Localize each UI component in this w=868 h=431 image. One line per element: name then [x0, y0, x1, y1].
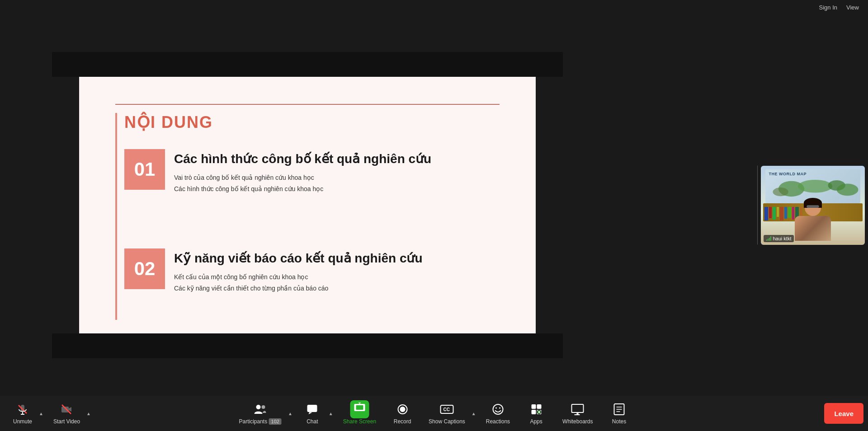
- reactions-button[interactable]: Reactions: [478, 398, 518, 428]
- notes-icon: [612, 402, 626, 417]
- signal-icon: [766, 236, 771, 241]
- leave-button[interactable]: Leave: [824, 403, 863, 424]
- svg-text:CC: CC: [443, 407, 449, 412]
- top-bar: Sign In View: [0, 0, 868, 14]
- record-icon: [395, 402, 410, 417]
- svg-point-20: [493, 404, 503, 414]
- section-2-content: Kỹ năng viết báo cáo kết quả nghiên cứu …: [174, 248, 509, 294]
- section-1-heading: Các hình thức công bố kết quả nghiên cứu: [174, 151, 509, 167]
- show-captions-button[interactable]: CC Show Captions: [420, 398, 473, 428]
- reactions-icon: [491, 402, 505, 417]
- participants-button[interactable]: Participants 102: [231, 398, 290, 428]
- svg-rect-24: [537, 404, 541, 409]
- slide-title: NỘI DUNG: [124, 113, 213, 132]
- notes-label: Notes: [612, 418, 626, 425]
- video-tile: THE WORLD MAP: [761, 166, 865, 245]
- toolbar-left: Unmute ▲ Start Video ▲: [5, 398, 93, 428]
- toolbar: Unmute ▲ Start Video ▲: [0, 396, 868, 431]
- notes-button[interactable]: Notes: [601, 398, 637, 428]
- svg-point-22: [499, 408, 500, 409]
- section-1-content: Các hình thức công bố kết quả nghiên cứu…: [174, 149, 509, 195]
- whiteboards-icon: [571, 402, 585, 417]
- sign-in-link[interactable]: Sign In: [819, 4, 837, 11]
- participant-video-panel: THE WORLD MAP: [757, 14, 868, 396]
- share-screen-label: Share Screen: [343, 418, 376, 425]
- record-button[interactable]: Record: [384, 398, 420, 428]
- svg-point-21: [495, 408, 497, 409]
- svg-point-11: [256, 405, 261, 409]
- chat-label: Chat: [307, 418, 318, 425]
- reactions-label: Reactions: [486, 418, 510, 425]
- section-1-sub: Vai trò của công bố kết quả nghiên cứu k…: [174, 172, 509, 195]
- whiteboards-button[interactable]: Whiteboards: [554, 398, 601, 428]
- toolbar-center: Participants 102 ▲ Chat ▲: [231, 398, 637, 428]
- svg-rect-15: [356, 405, 363, 410]
- svg-point-4: [773, 187, 788, 196]
- slide-section-1: 01 Các hình thức công bố kết quả nghiên …: [124, 149, 509, 195]
- unmute-button[interactable]: Unmute: [5, 398, 41, 428]
- view-menu[interactable]: View: [846, 4, 859, 11]
- participant-name: haui ktkt: [773, 236, 792, 241]
- section-2-heading: Kỹ năng viết báo cáo kết quả nghiên cứu: [174, 251, 509, 266]
- section-2-number: 02: [134, 258, 156, 280]
- video-divider: [757, 166, 758, 245]
- apps-button[interactable]: Apps: [518, 398, 554, 428]
- share-screen-button[interactable]: Share Screen: [335, 398, 384, 428]
- svg-point-17: [400, 407, 405, 412]
- start-video-button[interactable]: Start Video: [45, 398, 88, 428]
- record-label: Record: [394, 418, 411, 425]
- apps-label: Apps: [530, 418, 542, 425]
- participants-label: Participants 102: [239, 418, 282, 425]
- person-body: [795, 216, 831, 241]
- apps-icon: [529, 402, 543, 417]
- svg-rect-23: [531, 404, 536, 409]
- start-video-label: Start Video: [53, 418, 80, 425]
- svg-point-1: [797, 179, 832, 192]
- toolbar-right: Leave: [815, 403, 863, 424]
- svg-rect-13: [307, 405, 317, 412]
- video-name-badge: haui ktkt: [764, 235, 794, 242]
- slide-left-accent: [115, 113, 117, 320]
- section-1-number: 01: [134, 159, 156, 180]
- share-screen-icon: [352, 402, 367, 417]
- show-captions-label: Show Captions: [429, 418, 465, 425]
- slide-top-line: [115, 104, 500, 105]
- section-2-number-box: 02: [124, 248, 165, 289]
- presentation-wrapper: NỘI DUNG 01 Các hình thức công bố kết qu…: [52, 14, 563, 396]
- svg-rect-25: [531, 410, 536, 414]
- unmute-label: Unmute: [13, 418, 32, 425]
- webcam-background: THE WORLD MAP: [761, 166, 865, 245]
- chat-icon: [305, 402, 320, 417]
- slide-section-2: 02 Kỹ năng viết báo cáo kết quả nghiên c…: [124, 248, 509, 294]
- participants-icon: [253, 402, 268, 417]
- svg-rect-30: [572, 404, 584, 412]
- svg-point-3: [836, 183, 858, 196]
- whiteboards-label: Whiteboards: [562, 418, 593, 425]
- slide: NỘI DUNG 01 Các hình thức công bố kết qu…: [79, 77, 536, 333]
- chat-button[interactable]: Chat: [294, 398, 330, 428]
- mic-icon: [15, 402, 30, 417]
- section-1-number-box: 01: [124, 149, 165, 190]
- black-bar-top: [52, 52, 563, 77]
- black-bar-bottom: [52, 333, 563, 358]
- video-icon: [59, 402, 74, 417]
- section-2-sub: Kết cấu của một công bố nghiên cứu khoa …: [174, 272, 509, 294]
- svg-point-12: [262, 405, 265, 409]
- main-area: NỘI DUNG 01 Các hình thức công bố kết qu…: [0, 14, 868, 396]
- person-head: [805, 200, 821, 216]
- captions-icon: CC: [439, 402, 454, 417]
